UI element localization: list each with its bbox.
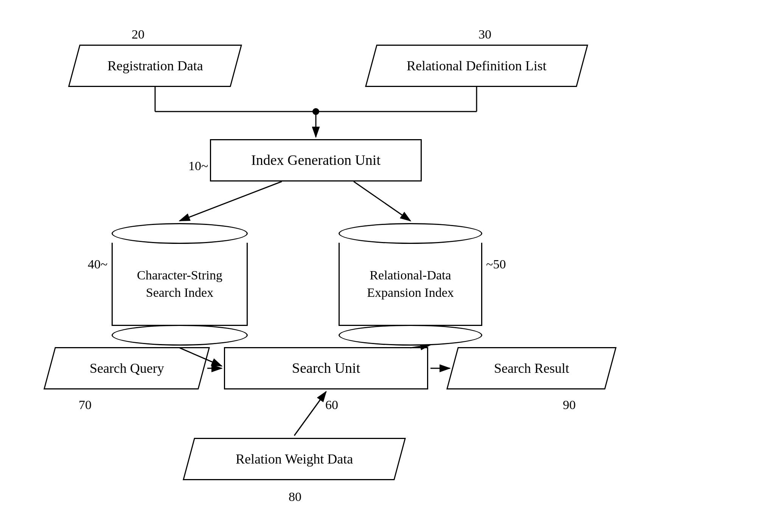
label-90: 90 — [563, 398, 576, 412]
index-gen-unit-node: Index Generation Unit — [210, 139, 422, 181]
label-40: 40~ — [88, 257, 107, 271]
relation-weight-node: Relation Weight Data — [183, 438, 406, 480]
char-string-label: Character-StringSearch Index — [137, 267, 222, 301]
relational-def-label: Relational Definition List — [407, 57, 547, 75]
label-70: 70 — [79, 398, 92, 412]
relational-def-list-node: Relational Definition List — [365, 45, 588, 87]
diagram: Registration Data 20 Relational Definiti… — [0, 0, 769, 532]
svg-line-13 — [294, 392, 326, 436]
label-30: 30 — [478, 27, 491, 42]
label-60: 60 — [325, 398, 338, 412]
search-unit-label: Search Unit — [292, 359, 360, 377]
svg-point-5 — [312, 108, 319, 115]
search-result-label: Search Result — [494, 360, 569, 377]
label-50: ~50 — [486, 257, 506, 271]
relational-data-label: Relational-DataExpansion Index — [367, 267, 454, 301]
search-query-node: Search Query — [43, 347, 210, 389]
search-result-node: Search Result — [446, 347, 617, 389]
svg-line-7 — [180, 181, 282, 221]
index-gen-label: Index Generation Unit — [251, 151, 381, 169]
char-string-index-node: Character-StringSearch Index — [112, 223, 248, 346]
label-80: 80 — [289, 490, 301, 504]
registration-data-node: Registration Data — [68, 45, 242, 87]
label-10: 10~ — [188, 159, 208, 173]
registration-data-label: Registration Data — [107, 57, 203, 75]
search-unit-node: Search Unit — [224, 347, 428, 389]
relation-weight-label: Relation Weight Data — [236, 450, 353, 468]
search-query-label: Search Query — [90, 360, 164, 377]
label-20: 20 — [132, 27, 144, 42]
relational-data-index-node: Relational-DataExpansion Index — [339, 223, 482, 346]
svg-line-8 — [354, 181, 410, 221]
